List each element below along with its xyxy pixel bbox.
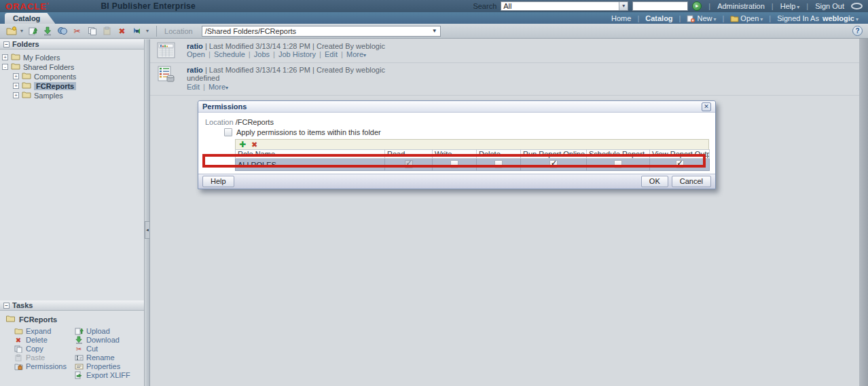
- item-action-open[interactable]: Open: [187, 50, 205, 58]
- upload-icon: [74, 327, 84, 335]
- apply-permissions-label: Apply permissions to items within this f…: [236, 128, 381, 136]
- new-document-icon: [687, 15, 695, 22]
- translate-button[interactable]: [131, 26, 143, 37]
- catalog-item-report[interactable]: ratio | Last Modified 3/13/14 1:28 PM | …: [150, 39, 859, 63]
- tree-item-shared-folders[interactable]: - Shared Folders: [2, 62, 142, 71]
- role-name-cell[interactable]: ALLROLES: [236, 159, 385, 171]
- tree-item-components[interactable]: + Components: [2, 72, 142, 81]
- item-action-more[interactable]: More▾: [340, 50, 366, 58]
- nav-bar: Catalog Home Catalog New▾ Open▾ Signed I…: [0, 12, 868, 24]
- chevron-down-icon: ▾: [856, 16, 858, 22]
- tree-item-samples[interactable]: + Samples: [2, 91, 142, 100]
- task-permissions[interactable]: Permissions: [14, 362, 74, 370]
- search-go-button[interactable]: ▸: [692, 1, 702, 11]
- chevron-down-icon[interactable]: ▾: [20, 28, 23, 34]
- task-properties[interactable]: Properties: [74, 362, 130, 370]
- download-button[interactable]: [41, 26, 53, 37]
- delete-button[interactable]: ✖: [116, 26, 128, 37]
- item-action-edit[interactable]: Edit: [187, 83, 200, 91]
- task-delete[interactable]: ✖Delete: [14, 336, 74, 344]
- scissors-icon: ✂: [73, 26, 80, 36]
- collapse-icon[interactable]: −: [3, 303, 10, 309]
- scissors-icon: ✂: [74, 345, 84, 353]
- task-rename[interactable]: Rename: [74, 353, 130, 362]
- collapse-left-icon[interactable]: ◂: [145, 221, 150, 239]
- location-label: Location: [164, 27, 193, 35]
- open-menu[interactable]: Open▾: [730, 14, 763, 22]
- search-input[interactable]: [632, 1, 688, 11]
- permissions-dialog: Permissions ✕ Location /FCReports Apply …: [198, 100, 716, 189]
- apply-permissions-checkbox[interactable]: [224, 128, 232, 136]
- ok-button[interactable]: OK: [641, 176, 668, 187]
- tree-item-my-folders[interactable]: + My Folders: [2, 53, 142, 62]
- folder-icon: [22, 81, 31, 90]
- separator: [156, 26, 157, 37]
- schedule-report-checkbox[interactable]: [614, 160, 622, 168]
- item-name[interactable]: ratio: [187, 66, 203, 74]
- cut-button[interactable]: ✂: [71, 26, 83, 37]
- copy-pages-button[interactable]: [86, 26, 98, 37]
- expand-toggle-icon[interactable]: +: [2, 54, 8, 60]
- chevron-down-icon[interactable]: ▼: [432, 28, 437, 34]
- home-link[interactable]: Home: [611, 14, 631, 22]
- expand-toggle-icon[interactable]: +: [13, 92, 19, 98]
- sidebar-splitter[interactable]: ◂: [145, 39, 150, 386]
- close-icon[interactable]: ✕: [702, 102, 711, 111]
- chevron-down-icon[interactable]: ▾: [619, 2, 628, 10]
- task-expand[interactable]: Expand: [14, 327, 74, 335]
- expand-toggle-icon[interactable]: +: [13, 83, 19, 89]
- task-download[interactable]: Download: [74, 336, 130, 344]
- item-action-schedule[interactable]: Schedule: [207, 50, 245, 58]
- write-cell: [433, 159, 477, 171]
- item-action-more[interactable]: More▾: [202, 83, 228, 91]
- task-copy[interactable]: Copy: [14, 345, 74, 353]
- ellipse-icon: [851, 3, 863, 9]
- item-name[interactable]: ratio: [187, 42, 203, 50]
- task-export-xliff[interactable]: Export XLIFF: [74, 371, 130, 379]
- chevron-down-icon: ▾: [760, 16, 763, 22]
- search-scope-select[interactable]: All ▾: [501, 1, 628, 11]
- dialog-titlebar[interactable]: Permissions ✕: [198, 101, 715, 113]
- tree-item-fcreports[interactable]: + FCReports: [2, 81, 142, 90]
- administration-link[interactable]: Administration: [717, 2, 765, 10]
- tasks-panel-header[interactable]: − Tasks: [0, 301, 144, 311]
- folders-panel-header[interactable]: − Folders: [0, 39, 144, 50]
- run-report-online-checkbox[interactable]: [549, 160, 558, 168]
- page-help-button[interactable]: ?: [852, 26, 863, 36]
- tab-catalog[interactable]: Catalog: [5, 13, 55, 24]
- copy-button[interactable]: [56, 26, 68, 37]
- remove-role-icon[interactable]: ✖: [251, 140, 257, 149]
- paste-button[interactable]: [101, 26, 113, 37]
- task-cut[interactable]: ✂Cut: [74, 345, 130, 353]
- write-checkbox[interactable]: [450, 160, 458, 168]
- help-button[interactable]: Help: [202, 176, 234, 187]
- cancel-button[interactable]: Cancel: [672, 176, 711, 187]
- export-icon: [74, 371, 84, 379]
- expand-toggle-icon[interactable]: +: [13, 73, 19, 79]
- sign-out-link[interactable]: Sign Out: [815, 2, 844, 10]
- view-report-output-cell: [650, 159, 710, 171]
- help-menu[interactable]: Help▾: [780, 2, 800, 10]
- task-upload[interactable]: Upload: [74, 327, 130, 335]
- upload-button[interactable]: [26, 26, 38, 37]
- search-label: Search: [473, 2, 496, 10]
- delete-checkbox[interactable]: [494, 160, 503, 168]
- user-menu[interactable]: weblogic▾: [822, 14, 858, 22]
- table-row-allroles[interactable]: ALLROLES: [236, 159, 710, 171]
- separator: [676, 14, 684, 22]
- catalog-item-datamodel[interactable]: ratio | Last Modified 3/13/14 1:26 PM | …: [150, 63, 859, 96]
- column-header-role-name: Role Name: [236, 150, 385, 159]
- new-folder-button[interactable]: [5, 26, 17, 37]
- view-report-output-checkbox[interactable]: [676, 160, 684, 168]
- item-action-job-history[interactable]: Job History: [272, 50, 316, 58]
- location-combobox[interactable]: /Shared Folders/FCReports ▼: [202, 26, 441, 37]
- chevron-down-icon[interactable]: ▾: [146, 28, 149, 34]
- collapse-icon[interactable]: −: [3, 41, 10, 47]
- collapse-toggle-icon[interactable]: -: [2, 64, 8, 70]
- new-menu[interactable]: New▾: [687, 14, 716, 22]
- item-action-edit[interactable]: Edit: [318, 50, 338, 58]
- catalog-link[interactable]: Catalog: [645, 14, 672, 22]
- separator: [766, 14, 774, 22]
- add-role-icon[interactable]: ✚: [239, 140, 246, 149]
- item-action-jobs[interactable]: Jobs: [247, 50, 270, 58]
